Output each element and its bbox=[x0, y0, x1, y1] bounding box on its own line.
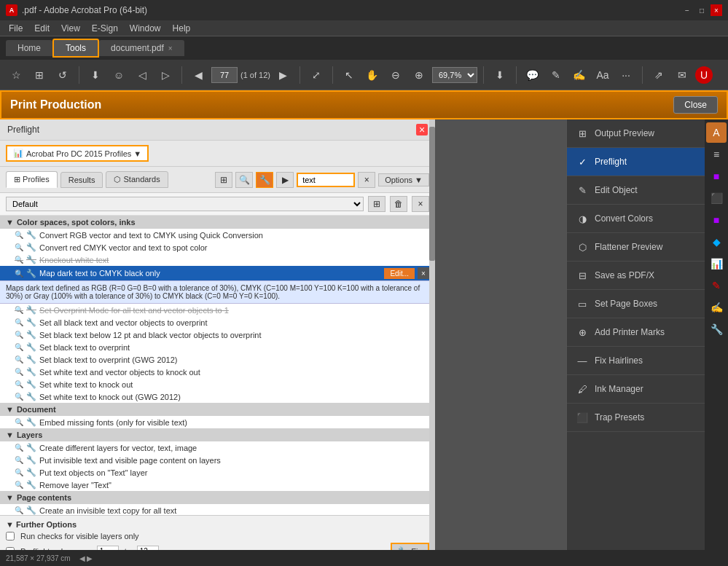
delete-profile-btn[interactable]: 🗑 bbox=[390, 196, 407, 212]
list-item[interactable]: 🔍 🔧 Create an invisible text copy for al… bbox=[0, 504, 435, 515]
further-options-toggle[interactable]: ▼ Further Options bbox=[6, 520, 429, 529]
dismiss-button[interactable]: × bbox=[418, 267, 429, 279]
list-item[interactable]: 🔍 🔧 Put text objects on "Text" layer bbox=[0, 466, 435, 479]
menu-view[interactable]: View bbox=[55, 22, 86, 35]
run-btn[interactable]: ▶ bbox=[276, 172, 294, 188]
forward-button[interactable]: ▷ bbox=[155, 65, 176, 85]
download2-button[interactable]: ⬇ bbox=[490, 65, 510, 85]
zoom-select[interactable]: 69,7% 50% 75% 100% bbox=[432, 67, 477, 83]
list-item[interactable]: 🔍 🔧 Create different layers for vector, … bbox=[0, 441, 435, 454]
default-profile-select[interactable]: Default bbox=[6, 197, 364, 211]
section-layers[interactable]: ▼ Layers bbox=[0, 428, 435, 441]
duplicate-btn[interactable]: ⊞ bbox=[215, 172, 232, 188]
tab-close-button[interactable]: × bbox=[168, 44, 173, 52]
far-right-icon-8[interactable]: ✎ bbox=[706, 275, 727, 296]
sidebar-save-pdfx[interactable]: ⊟ Save as PDF/X bbox=[567, 262, 705, 290]
download-button[interactable]: ⬇ bbox=[85, 65, 106, 85]
list-item[interactable]: 🔍 🔧 Set Overprint Mode for all text and … bbox=[0, 304, 435, 316]
rotate-button[interactable]: ↺ bbox=[52, 65, 73, 85]
more-button[interactable]: ··· bbox=[616, 65, 636, 85]
tools-button[interactable]: ⊞ bbox=[29, 65, 50, 85]
sidebar-fix-hairlines[interactable]: — Fix Hairlines bbox=[567, 347, 705, 375]
page-number-input[interactable] bbox=[211, 67, 238, 83]
options-button[interactable]: Options ▼ bbox=[378, 173, 429, 186]
section-document[interactable]: ▼ Document bbox=[0, 403, 435, 416]
tab-results[interactable]: Results bbox=[60, 172, 103, 188]
preflight-scrollbar[interactable] bbox=[429, 119, 435, 566]
page-back-button[interactable]: ◀ bbox=[188, 65, 208, 85]
sidebar-preflight[interactable]: ✓ Preflight bbox=[567, 148, 705, 176]
far-right-icon-7[interactable]: 📊 bbox=[706, 253, 727, 274]
section-page-contents[interactable]: ▼ Page contents bbox=[0, 491, 435, 504]
menu-esign[interactable]: E-Sign bbox=[86, 22, 124, 35]
far-right-icon-4[interactable]: ⬛ bbox=[706, 188, 727, 208]
clear-search-btn[interactable]: × bbox=[358, 172, 375, 188]
far-right-icon-2[interactable]: ≡ bbox=[706, 144, 727, 165]
list-item[interactable]: 🔍 🔧 Convert red CMYK vector and text to … bbox=[0, 241, 435, 253]
list-item[interactable]: 🔍 🔧 Put invisible text and visible page … bbox=[0, 454, 435, 466]
menu-file[interactable]: File bbox=[3, 22, 28, 35]
far-right-icon-1[interactable]: A bbox=[706, 122, 727, 143]
text-button[interactable]: Aa bbox=[592, 65, 613, 85]
edit-button[interactable]: Edit... bbox=[384, 268, 415, 279]
emoji-button[interactable]: ☺ bbox=[109, 65, 129, 85]
section-color-spaces[interactable]: ▼ Color spaces, spot colors, inks bbox=[0, 216, 435, 229]
menu-help[interactable]: Help bbox=[167, 22, 197, 35]
edit-profiles-btn[interactable]: 🔧 bbox=[256, 172, 273, 188]
sidebar-edit-object[interactable]: ✎ Edit Object bbox=[567, 176, 705, 205]
list-item[interactable]: 🔍 🔧 Embed missing fonts (only for visibl… bbox=[0, 416, 435, 428]
minimize-button[interactable]: − bbox=[681, 4, 693, 16]
list-item[interactable]: 🔍 🔧 Set black text below 12 pt and black… bbox=[0, 329, 435, 341]
list-item[interactable]: 🔍 🔧 Convert RGB vector and text to CMYK … bbox=[0, 229, 435, 241]
menu-window[interactable]: Window bbox=[124, 22, 167, 35]
far-right-icon-6[interactable]: ◆ bbox=[706, 232, 727, 252]
sidebar-add-printer-marks[interactable]: ⊕ Add Printer Marks bbox=[567, 318, 705, 347]
share-button[interactable]: ⇗ bbox=[649, 65, 669, 85]
tab-document[interactable]: document.pdf × bbox=[99, 40, 184, 56]
sidebar-convert-colors[interactable]: ◑ Convert Colors bbox=[567, 205, 705, 233]
list-item-selected[interactable]: 🔍 🔧 Map dark text to CMYK black only Edi… bbox=[0, 266, 435, 280]
x-btn[interactable]: × bbox=[412, 196, 429, 212]
sidebar-output-preview[interactable]: ⊞ Output Preview bbox=[567, 119, 705, 148]
far-right-icon-9[interactable]: ✍ bbox=[706, 297, 727, 318]
comment-button[interactable]: 💬 bbox=[522, 65, 543, 85]
user-button[interactable]: U bbox=[695, 66, 713, 84]
page-forward-button[interactable]: ▶ bbox=[273, 65, 294, 85]
sidebar-flattener-preview[interactable]: ⬡ Flattener Preview bbox=[567, 233, 705, 262]
list-item[interactable]: 🔍 🔧 Set black text to overprint bbox=[0, 341, 435, 353]
tab-home[interactable]: Home bbox=[6, 40, 52, 56]
menu-edit[interactable]: Edit bbox=[28, 22, 55, 35]
sidebar-trap-presets[interactable]: ⬛ Trap Presets bbox=[567, 404, 705, 432]
tab-profiles[interactable]: ⊞ Profiles bbox=[6, 171, 58, 188]
list-item[interactable]: 🔍 🔧 Knockout white text bbox=[0, 253, 435, 266]
sign-button[interactable]: ✍ bbox=[569, 65, 590, 85]
profile-dropdown[interactable]: 📊 Acrobat Pro DC 2015 Profiles ▼ bbox=[6, 145, 149, 162]
hand-button[interactable]: ✋ bbox=[362, 65, 383, 85]
list-item[interactable]: 🔍 🔧 Set white text and vector objects to… bbox=[0, 366, 435, 378]
visible-layers-checkbox[interactable] bbox=[6, 532, 15, 541]
far-right-icon-3[interactable]: ■ bbox=[706, 166, 727, 186]
bookmark-button[interactable]: ☆ bbox=[6, 65, 26, 85]
list-item[interactable]: 🔍 🔧 Set white text to knock out bbox=[0, 378, 435, 390]
search-input[interactable] bbox=[297, 173, 355, 187]
sidebar-set-page-boxes[interactable]: ▭ Set Page Boxes bbox=[567, 290, 705, 318]
list-item[interactable]: 🔍 🔧 Set all black text and vector object… bbox=[0, 316, 435, 329]
search-btn[interactable]: 🔍 bbox=[235, 172, 253, 188]
far-right-icon-10[interactable]: 🔧 bbox=[706, 319, 727, 339]
close-window-button[interactable]: × bbox=[711, 4, 722, 16]
maximize-button[interactable]: □ bbox=[696, 4, 708, 16]
tab-standards[interactable]: ⬡ Standards bbox=[106, 171, 168, 188]
far-right-icon-5[interactable]: ■ bbox=[706, 210, 727, 230]
tab-tools[interactable]: Tools bbox=[52, 39, 99, 58]
list-item[interactable]: 🔍 🔧 Set black text to overprint (GWG 201… bbox=[0, 353, 435, 366]
new-profile-btn[interactable]: ⊞ bbox=[368, 196, 385, 212]
mail-button[interactable]: ✉ bbox=[672, 65, 692, 85]
back-button[interactable]: ◁ bbox=[132, 65, 152, 85]
pen-button[interactable]: ✎ bbox=[546, 65, 566, 85]
window-controls[interactable]: − □ × bbox=[681, 4, 722, 16]
panel-close-button[interactable]: × bbox=[416, 124, 428, 135]
zoom-in-button[interactable]: ⊕ bbox=[409, 65, 429, 85]
select-button[interactable]: ↖ bbox=[339, 65, 359, 85]
list-item[interactable]: 🔍 🔧 Remove layer "Text" bbox=[0, 479, 435, 491]
sidebar-ink-manager[interactable]: 🖊 Ink Manager bbox=[567, 375, 705, 404]
